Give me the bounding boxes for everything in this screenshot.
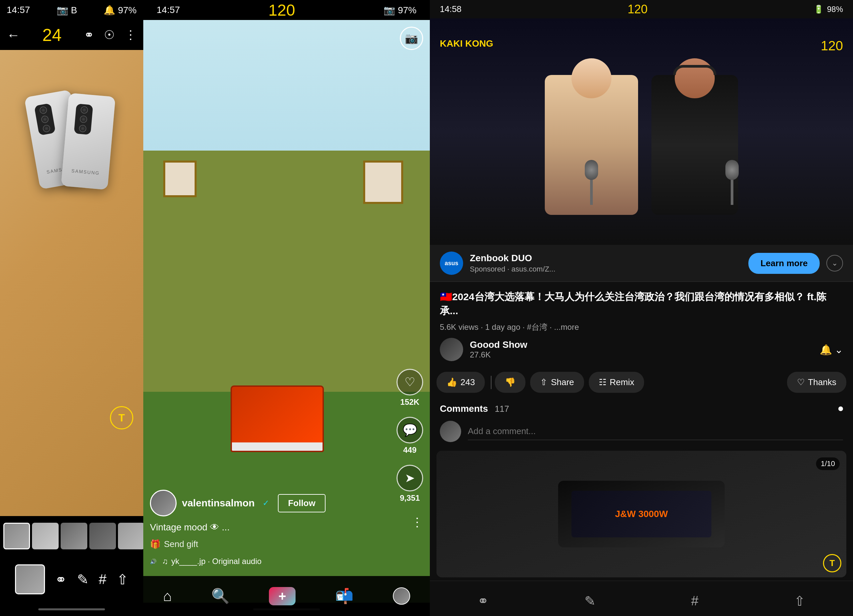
yt-nav-edit[interactable]: ✎ — [584, 593, 596, 609]
share-action[interactable]: ⇧ — [117, 571, 128, 588]
volume-icon[interactable]: 🔊 — [150, 558, 156, 565]
video-title: 🇹🇼2024台湾大选落幕！大马人为什么关注台湾政治？我们跟台湾的情况有多相似？ … — [440, 290, 843, 318]
share-send-action[interactable]: ➤ 9,351 — [396, 465, 423, 503]
hashtag-action[interactable]: # — [99, 571, 106, 587]
yt-video-counter-overlay: 120 — [821, 38, 843, 53]
yt-status-bar: 14:58 120 🔋 98% — [430, 0, 853, 18]
channel-watermark: KAKI KONG — [440, 38, 493, 49]
notification-button[interactable]: 🔔 ⌄ — [820, 344, 843, 355]
user-info-row: valentinsalmon ✓ Follow — [150, 490, 396, 516]
gallery-main-image: SAMSUNG SAMSUNG — [0, 50, 143, 516]
comment-action[interactable]: 💬 449 — [396, 417, 423, 455]
like-count: 243 — [460, 377, 475, 387]
remix-button[interactable]: ☷ Remix — [589, 372, 644, 393]
channel-info: Goood Show 27.6K — [470, 340, 527, 360]
product-image-area: J&W 3000W 1/10 T — [437, 451, 846, 577]
channel-row: Goood Show 27.6K 🔔 ⌄ — [440, 338, 843, 361]
thanks-button[interactable]: ♡ Thanks — [787, 372, 846, 393]
thumbnail-4[interactable] — [89, 523, 116, 549]
scan-action[interactable]: ⚭ — [55, 571, 67, 588]
share-icon: ⇧ — [794, 593, 805, 609]
edit-action[interactable]: ✎ — [77, 571, 89, 588]
send-gift-label[interactable]: Send gift — [164, 539, 198, 549]
bell-icon: 🔔 — [820, 344, 832, 355]
gallery-thumbnails-strip — [0, 516, 143, 556]
ad-title: Zenbook DUO — [470, 253, 742, 264]
comments-title: Comments — [440, 404, 488, 414]
scan-icon: ⚭ — [478, 593, 489, 609]
gallery-status-bar: 14:57 📷 B 🔔 97% — [0, 0, 143, 20]
comment-input-row — [440, 421, 843, 442]
like-icon: ♡ — [396, 369, 423, 396]
product-screen: J&W 3000W — [571, 491, 711, 537]
scan-icon: ⚭ — [55, 571, 67, 588]
thumbnail-3[interactable] — [61, 523, 87, 549]
tiktok-nav-home[interactable]: ⌂ — [163, 588, 172, 604]
comments-indicator — [838, 407, 843, 411]
yt-counter: 120 — [627, 2, 647, 16]
yt-nav-scan[interactable]: ⚭ — [478, 593, 489, 609]
dislike-button[interactable]: 👎 — [495, 372, 525, 393]
yt-battery-pct: 98% — [827, 5, 843, 14]
send-icon: ➤ — [396, 465, 423, 492]
ad-expand-button[interactable]: ⌄ — [826, 255, 843, 272]
text-recognition-icon[interactable]: T — [110, 406, 133, 429]
gallery-photo-counter: 24 — [30, 25, 74, 45]
hashtag-icon: # — [691, 593, 698, 608]
comments-count: 117 — [495, 404, 509, 414]
yt-status-icons: 🔋 98% — [814, 5, 843, 14]
tiktok-camera-button[interactable]: 📷 — [400, 27, 423, 50]
channel-subs: 27.6K — [470, 350, 527, 360]
learn-more-button[interactable]: Learn more — [748, 253, 820, 274]
follow-button[interactable]: Follow — [278, 494, 325, 512]
gallery-status-icons: 📷 B — [57, 5, 77, 16]
video-meta: 5.6K views · 1 day ago · #台湾 · ...more — [440, 322, 843, 332]
thumbnail-selected[interactable] — [3, 523, 30, 549]
like-action[interactable]: ♡ 152K — [396, 369, 423, 407]
video-house-wall — [143, 150, 430, 392]
product-brand-label: J&W 3000W — [615, 509, 668, 519]
yt-action-row: 👍 243 👎 ⇧ Share ☷ Remix ♡ Thanks — [430, 372, 853, 398]
tiktok-nav-inbox[interactable]: 📬 — [335, 587, 354, 605]
gallery-scan-icon[interactable]: ⚭ — [84, 28, 94, 42]
text-recognition-bottom-icon[interactable]: T — [823, 554, 841, 572]
create-icon: + — [269, 587, 296, 605]
music-note-icon: ♫ — [162, 557, 168, 566]
gallery-more-button[interactable]: ⋮ — [124, 28, 137, 42]
yt-time: 14:58 — [440, 4, 461, 14]
share-icon: ⇧ — [117, 571, 128, 588]
asus-logo: asus — [440, 252, 463, 275]
like-button[interactable]: 👍 243 — [437, 372, 485, 393]
thumbnail-5[interactable] — [118, 523, 143, 549]
thumbs-down-icon: 👎 — [505, 377, 516, 387]
gallery-view-icon[interactable]: ☉ — [104, 28, 115, 42]
edit-icon: ✎ — [584, 593, 596, 609]
thumbs-up-icon: 👍 — [446, 377, 457, 387]
selected-photo-thumb[interactable] — [15, 564, 45, 594]
share-button[interactable]: ⇧ Share — [530, 372, 584, 393]
podcast-people — [545, 75, 738, 215]
yt-video-thumbnail[interactable]: KAKI KONG 120 — [430, 18, 853, 245]
more-options-button[interactable]: ⋮ — [411, 515, 423, 530]
comment-input[interactable] — [468, 423, 843, 440]
thumbnail-2[interactable] — [32, 523, 59, 549]
yt-nav-share[interactable]: ⇧ — [794, 593, 805, 609]
yt-comments-section: Comments 117 — [430, 398, 853, 448]
share-count: 9,351 — [400, 493, 420, 503]
tiktok-nav-profile[interactable] — [393, 587, 410, 605]
yt-nav-hashtag[interactable]: # — [691, 593, 698, 608]
tiktok-video-area[interactable]: 📷 ♡ 152K 💬 449 ➤ 9,351 valentinsalmon ✓ — [143, 0, 430, 603]
caption-more[interactable]: ... — [222, 522, 229, 533]
user-avatar — [150, 490, 177, 516]
profile-avatar — [393, 587, 410, 605]
back-button[interactable]: ← — [7, 28, 20, 42]
podcast-background: KAKI KONG — [430, 18, 853, 245]
tiktok-status-center: 120 — [269, 1, 295, 19]
gift-icon: 🎁 — [150, 539, 161, 549]
channel-avatar[interactable] — [440, 338, 463, 361]
username-label: valentinsalmon — [182, 498, 255, 509]
product-device: J&W 3000W — [558, 481, 725, 548]
ad-subtitle: Sponsored · asus.com/Z... — [470, 265, 742, 273]
tiktok-nav-create[interactable]: + — [269, 587, 296, 605]
tiktok-nav-search[interactable]: 🔍 — [211, 587, 229, 605]
